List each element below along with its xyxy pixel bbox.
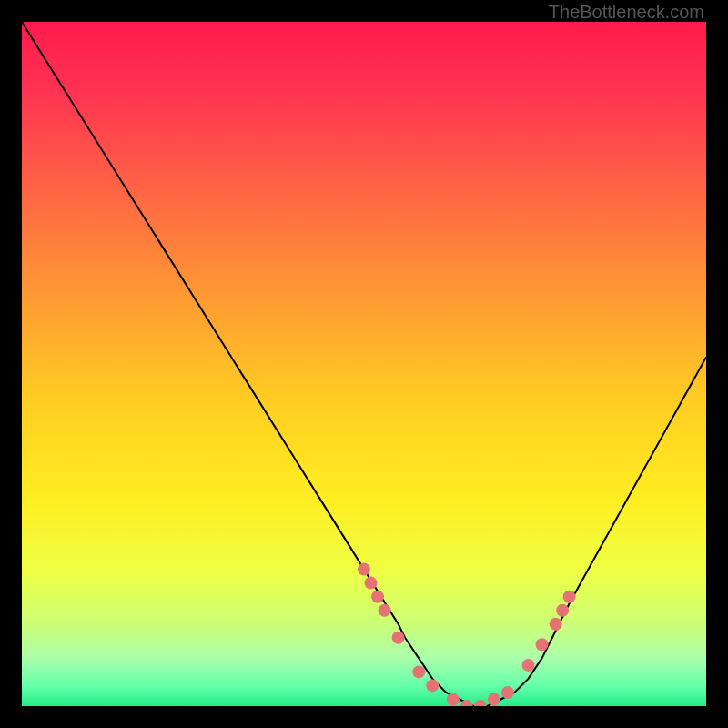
marker-dot (488, 693, 500, 706)
marker-dot (412, 665, 425, 678)
chart-svg (22, 22, 706, 706)
marker-dot (501, 686, 514, 699)
bottleneck-curve-line (22, 22, 706, 706)
watermark-text: TheBottleneck.com (549, 2, 704, 23)
marker-dot (392, 632, 405, 644)
chart-container (22, 22, 706, 706)
marker-dot (447, 693, 460, 706)
marker-dot (563, 591, 576, 603)
marker-dot (522, 659, 535, 672)
marker-dots-group (358, 563, 576, 706)
marker-dot (474, 700, 487, 706)
marker-dot (556, 604, 569, 617)
marker-dot (550, 618, 562, 631)
marker-dot (365, 577, 378, 590)
marker-dot (358, 563, 370, 576)
marker-dot (379, 604, 391, 617)
marker-dot (426, 679, 439, 692)
marker-dot (371, 591, 384, 603)
marker-dot (536, 638, 549, 651)
